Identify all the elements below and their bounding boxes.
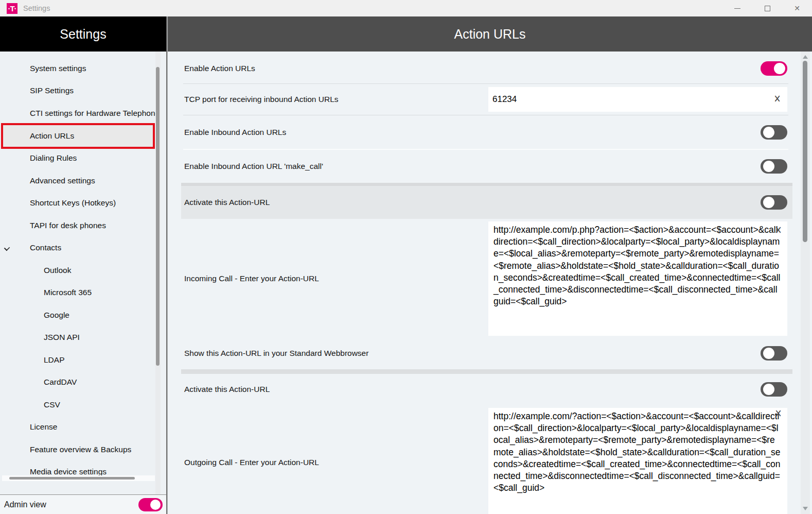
clear-incoming-url-icon[interactable]: ✕ [775, 224, 782, 236]
titlebar: ·T· Settings ✕ [0, 0, 812, 16]
admin-view-label: Admin view [4, 500, 46, 509]
toggle-knob [763, 127, 774, 138]
outgoing-url-wrap: http://example.com/?action=<$action>&acc… [488, 405, 787, 514]
sidebar-item-json-api[interactable]: JSON API [0, 327, 166, 349]
tcp-port-label: TCP port for receiving inbound Action UR… [184, 95, 339, 104]
tcp-port-input[interactable] [488, 87, 787, 112]
toggle-knob [763, 197, 774, 208]
toggle-knob [774, 63, 785, 74]
sidebar-item-label: Contacts [30, 243, 61, 252]
enable-action-urls-label: Enable Action URLs [184, 64, 255, 73]
toggle-knob [763, 348, 774, 359]
minimize-icon [734, 8, 740, 9]
sidebar-horizontal-scrollbar[interactable] [2, 475, 155, 481]
clear-tcp-port-icon[interactable]: ✕ [774, 92, 781, 105]
sidebar-item-carddav[interactable]: CardDAV [0, 371, 166, 394]
sidebar-item-outlook[interactable]: Outlook [0, 259, 166, 282]
outgoing-call-url-label: Outgoing Call - Enter your Action-URL [184, 458, 319, 467]
activate-incoming-row: Activate this Action-URL [181, 183, 792, 219]
incoming-call-url-row: Incoming Call - Enter your Action-URL ht… [168, 219, 812, 338]
activate-outgoing-toggle[interactable] [761, 382, 787, 397]
scrollbar-thumb[interactable] [156, 67, 160, 366]
maximize-icon [765, 6, 770, 11]
sidebar-item-license[interactable]: License [0, 416, 166, 439]
sidebar-item-tapi[interactable]: TAPI for desk phones [0, 214, 166, 237]
sidebar-item-dialing-rules[interactable]: Dialing Rules [0, 147, 166, 170]
page-title: Action URLs [168, 16, 812, 52]
close-button[interactable]: ✕ [782, 0, 812, 16]
sidebar-item-contacts[interactable]: Contacts [0, 237, 166, 260]
sidebar-item-microsoft-365[interactable]: Microsoft 365 [0, 282, 166, 304]
activate-incoming-toggle[interactable] [761, 195, 787, 210]
sidebar-item-ldap[interactable]: LDAP [0, 349, 166, 371]
scroll-up-arrow-icon[interactable] [803, 55, 808, 59]
admin-view-toggle[interactable] [138, 498, 163, 511]
maximize-button[interactable] [752, 0, 782, 16]
activate-outgoing-row: Activate this Action-URL [168, 374, 812, 405]
enable-inbound-label: Enable Inbound Action URLs [184, 128, 286, 137]
window-controls: ✕ [722, 0, 812, 16]
enable-inbound-make-call-toggle[interactable] [761, 159, 787, 174]
clear-outgoing-url-icon[interactable]: ✕ [775, 407, 782, 420]
enable-inbound-make-call-row: Enable Inbound Action URL 'make_call' [168, 150, 812, 183]
activate-incoming-label: Activate this Action-URL [184, 198, 270, 207]
scrollbar-thumb[interactable] [803, 61, 807, 242]
close-icon: ✕ [794, 4, 800, 12]
enable-inbound-make-call-label: Enable Inbound Action URL 'make_call' [184, 162, 323, 171]
sidebar-item-system-settings[interactable]: System settings [0, 57, 166, 80]
enable-inbound-toggle[interactable] [761, 125, 787, 140]
enable-action-urls-toggle[interactable] [761, 61, 787, 76]
sidebar-item-sip-settings[interactable]: SIP Settings [0, 80, 166, 102]
action-urls-settings: Enable Action URLs TCP port for receivin… [168, 52, 812, 514]
sidebar-item-feature-overview[interactable]: Feature overview & Backups [0, 438, 166, 461]
sidebar-item-csv[interactable]: CSV [0, 393, 166, 416]
toggle-knob [150, 500, 161, 510]
tcp-port-row: TCP port for receiving inbound Action UR… [168, 84, 812, 115]
toggle-knob [763, 384, 774, 395]
main-vertical-scrollbar[interactable] [801, 52, 810, 514]
toggle-knob [763, 161, 774, 172]
incoming-call-url-label: Incoming Call - Enter your Action-URL [184, 274, 319, 283]
window-body: Settings System settings SIP Settings CT… [0, 16, 812, 514]
show-in-browser-row: Show this Action-URL in your Standard We… [168, 338, 812, 368]
sidebar-item-cti-settings[interactable]: CTI settings for Hardware Telephone [0, 102, 166, 125]
scrollbar-thumb[interactable] [9, 477, 135, 479]
enable-inbound-row: Enable Inbound Action URLs [168, 115, 812, 149]
main-panel: Action URLs Enable Action URLs TCP port … [167, 16, 812, 514]
window-title: Settings [23, 4, 50, 12]
telekom-t-logo-icon: ·T· [7, 3, 17, 14]
activate-outgoing-label: Activate this Action-URL [184, 385, 270, 394]
show-in-browser-toggle[interactable] [761, 346, 787, 361]
sidebar-item-google[interactable]: Google [0, 304, 166, 327]
chevron-down-icon [4, 245, 10, 250]
section-divider [181, 369, 792, 374]
scroll-down-arrow-icon[interactable] [803, 507, 808, 510]
tcp-port-input-wrap: ✕ [488, 87, 787, 112]
sidebar-title: Settings [0, 16, 166, 52]
outgoing-call-url-textarea[interactable]: http://example.com/?action=<$action>&acc… [488, 408, 787, 514]
sidebar-item-shortcut-keys[interactable]: Shortcut Keys (Hotkeys) [0, 192, 166, 215]
sidebar-item-advanced-settings[interactable]: Advanced settings [0, 169, 166, 192]
sidebar-item-action-urls[interactable]: Action URLs [1, 123, 155, 149]
sidebar: Settings System settings SIP Settings CT… [0, 16, 167, 514]
minimize-button[interactable] [722, 0, 752, 16]
sidebar-nav: System settings SIP Settings CTI setting… [0, 52, 166, 495]
outgoing-call-url-row: Outgoing Call - Enter your Action-URL ht… [168, 405, 812, 514]
settings-window: ·T· Settings ✕ Settings System settings … [0, 0, 812, 514]
admin-view-row: Admin view [0, 495, 166, 514]
show-in-browser-label: Show this Action-URL in your Standard We… [184, 349, 368, 358]
incoming-call-url-textarea[interactable]: http://example.com/p.php?action=<$action… [488, 221, 787, 336]
incoming-url-wrap: http://example.com/p.php?action=<$action… [488, 221, 787, 336]
enable-action-urls-row: Enable Action URLs [168, 53, 812, 83]
sidebar-vertical-scrollbar[interactable] [155, 52, 161, 494]
